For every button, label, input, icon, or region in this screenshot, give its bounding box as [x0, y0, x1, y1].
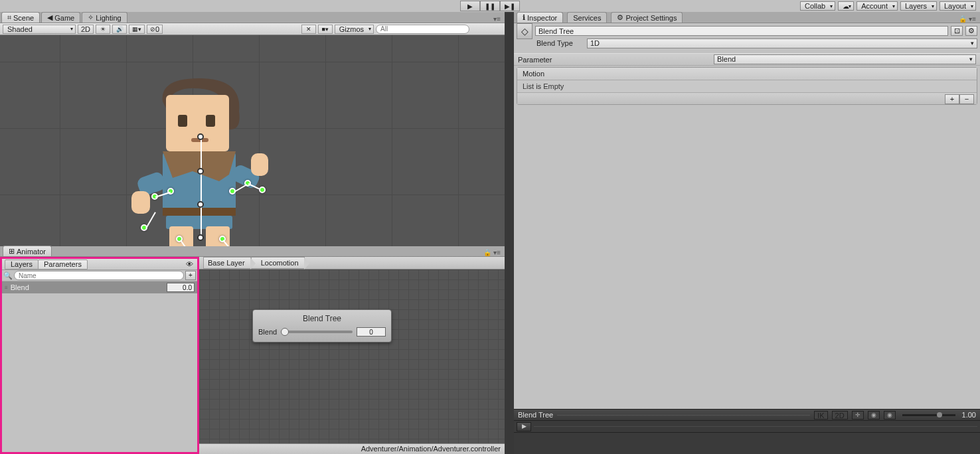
preview-2d-toggle[interactable]: 2D: [832, 411, 848, 419]
step-button[interactable]: ▶❚: [500, 1, 520, 11]
tab-projsettings-label: Project Settings: [625, 14, 677, 22]
audio-toggle[interactable]: 🔊: [112, 25, 127, 34]
tab-animator[interactable]: ⊞Animator: [3, 246, 52, 256]
add-parameter-button[interactable]: +: [185, 271, 196, 280]
game-icon: ◀: [47, 13, 52, 22]
animator-tab-bar: ⊞Animator 🔒 ▾≡: [0, 246, 505, 257]
gizmos-dropdown[interactable]: Gizmos: [335, 25, 374, 34]
inspector-name-input[interactable]: [535, 26, 948, 36]
blend-type-dropdown[interactable]: 1D: [587, 38, 977, 48]
animator-graph[interactable]: Base Layer Locomotion Blend Tree Blend A: [199, 257, 505, 454]
parameter-section: Parameter Blend Motion List is Empty + −: [514, 53, 980, 105]
animator-grid[interactable]: Blend Tree Blend: [199, 269, 505, 443]
tab-lighting[interactable]: ✧Lighting: [82, 12, 127, 23]
parameter-value-input[interactable]: [167, 283, 195, 292]
bone-chest[interactable]: [197, 168, 204, 175]
blend-tree-node[interactable]: Blend Tree Blend: [252, 309, 392, 342]
parameter-name: Blend: [11, 283, 164, 291]
layout-label: Layout: [944, 2, 966, 10]
scene-toolbar: Shaded 2D ☀ 🔊 ▦▾ ⊘0 ✕ ■▾ Gizmos: [0, 23, 505, 35]
bone-spine[interactable]: [197, 201, 204, 208]
panel-menu-icon[interactable]: ▾≡: [493, 15, 505, 23]
blend-tree-icon: ◇: [517, 23, 532, 39]
breadcrumb-base-layer[interactable]: Base Layer: [203, 257, 251, 269]
param-search-row: 🔍 +: [2, 270, 197, 281]
drag-handle-icon[interactable]: ≡: [5, 285, 8, 291]
tab-inspector[interactable]: ℹInspector: [517, 12, 563, 23]
subtab-layers[interactable]: Layers: [5, 260, 39, 269]
info-icon: ℹ: [523, 13, 525, 22]
preview-slider-handle[interactable]: [937, 412, 942, 417]
account-label: Account: [861, 2, 888, 10]
ik-label: IK: [817, 412, 824, 419]
tools-button[interactable]: ✕: [301, 25, 316, 34]
layout-dropdown[interactable]: Layout: [939, 1, 976, 11]
eye-icon[interactable]: 👁: [186, 260, 193, 268]
play-controls: ▶ ❚❚ ▶❚: [460, 1, 520, 11]
lighting-icon: ✧: [88, 13, 94, 22]
lighting-toggle[interactable]: ☀: [96, 25, 110, 34]
preview-settings-1[interactable]: ◉: [868, 411, 880, 419]
cloud-button[interactable]: ☁: [838, 1, 854, 11]
tab-scene[interactable]: ⌗Scene: [1, 12, 40, 23]
pivot-toggle[interactable]: ✛: [852, 411, 864, 419]
account-dropdown[interactable]: Account: [857, 1, 898, 11]
preview-divider: [557, 415, 810, 416]
preset-button[interactable]: ⊡: [951, 26, 963, 36]
play-button[interactable]: ▶: [460, 1, 480, 11]
preview-playbar: ▶: [514, 421, 980, 433]
tab-project-settings[interactable]: ⚙Project Settings: [611, 12, 683, 23]
scene-search-input[interactable]: [376, 25, 469, 34]
animator-content: Layers Parameters 👁 🔍 + ≡ Blend Base L: [0, 257, 505, 454]
inspector-panel: ℹInspector Services ⚙Project Settings 🔒 …: [514, 12, 980, 454]
param-search-input[interactable]: [14, 271, 184, 280]
parameter-dropdown[interactable]: Blend: [714, 54, 976, 64]
inspector-body: ◇ ⊡ ⚙ Blend Type 1D: [514, 23, 980, 50]
preview-timeline[interactable]: [534, 426, 977, 427]
preview-play-button[interactable]: ▶: [517, 422, 531, 431]
subtab-parameters[interactable]: Parameters: [38, 260, 88, 269]
remove-motion-button[interactable]: −: [959, 94, 974, 104]
scene-tab-bar: ⌗Scene ◀Game ✧Lighting ▾≡: [0, 12, 505, 23]
parameter-row[interactable]: ≡ Blend: [2, 281, 197, 293]
fx-toggle[interactable]: ▦▾: [129, 25, 145, 34]
animator-icon: ⊞: [9, 247, 15, 256]
blend-slider[interactable]: [281, 331, 353, 333]
preview-settings-2[interactable]: ◉: [884, 411, 896, 419]
tab-game[interactable]: ◀Game: [41, 12, 80, 23]
add-motion-button[interactable]: +: [945, 94, 959, 104]
2d-toggle[interactable]: 2D: [78, 25, 94, 34]
tab-inspector-label: Inspector: [527, 14, 557, 22]
tab-services[interactable]: Services: [567, 12, 607, 23]
inspector-name-row: ◇ ⊡ ⚙: [517, 25, 977, 37]
blend-slider-handle[interactable]: [281, 328, 289, 336]
character-sprite[interactable]: [126, 75, 272, 248]
blend-node-param-label: Blend: [258, 328, 277, 336]
ik-toggle[interactable]: IK: [814, 411, 827, 419]
blend-value-input[interactable]: [357, 327, 386, 337]
gizmos-label: Gizmos: [339, 25, 364, 33]
animator-lock-icon[interactable]: 🔒 ▾≡: [483, 249, 505, 256]
pause-button[interactable]: ❚❚: [480, 1, 500, 11]
top-toolbar: ▶ ❚❚ ▶❚ Collab ☁ Account Layers Layout: [0, 0, 980, 12]
settings-button[interactable]: ⚙: [965, 26, 977, 36]
gear-icon: ⚙: [617, 13, 623, 22]
shading-label: Shaded: [7, 25, 33, 33]
inspector-lock-icon[interactable]: 🔒 ▾≡: [959, 15, 980, 23]
hidden-toggle[interactable]: ⊘0: [147, 25, 163, 34]
collab-dropdown[interactable]: Collab: [800, 1, 835, 11]
tab-services-label: Services: [573, 14, 601, 22]
breadcrumb: Base Layer Locomotion: [199, 257, 505, 269]
bone-root[interactable]: [197, 234, 204, 241]
camera-button[interactable]: ■▾: [318, 25, 333, 34]
collab-label: Collab: [805, 2, 825, 10]
subtab-parameters-label: Parameters: [44, 260, 82, 268]
shading-dropdown[interactable]: Shaded: [3, 25, 76, 34]
bone-head[interactable]: [197, 133, 204, 140]
preview-speed-slider[interactable]: [902, 414, 955, 416]
layers-dropdown[interactable]: Layers: [900, 1, 937, 11]
scene-search[interactable]: [376, 25, 502, 34]
scene-view[interactable]: [0, 35, 505, 248]
search-icon: 🔍: [3, 271, 13, 280]
breadcrumb-locomotion[interactable]: Locomotion: [251, 257, 305, 269]
